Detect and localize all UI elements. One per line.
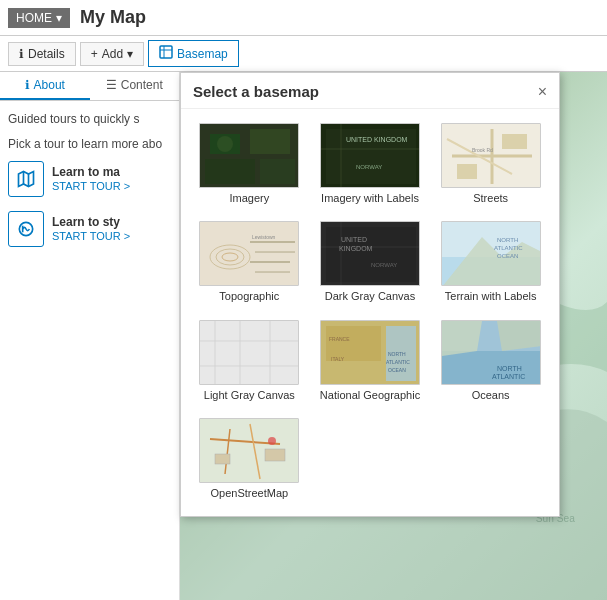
basemap-thumb-light-gray (199, 320, 299, 385)
tab-content[interactable]: ☰ Content (90, 72, 180, 100)
basemap-label-oceans: Oceans (472, 388, 510, 402)
side-tabs: ℹ About ☰ Content (0, 72, 179, 101)
svg-text:ATLANTIC: ATLANTIC (492, 373, 525, 380)
basemap-thumb-osm (199, 418, 299, 483)
basemap-item-osm[interactable]: OpenStreetMap (193, 414, 306, 504)
svg-rect-36 (326, 227, 416, 282)
basemap-item-light-gray[interactable]: Light Gray Canvas (193, 316, 306, 406)
basemap-icon (159, 45, 173, 62)
basemap-thumb-dark-gray: UNITEDKINGDOMNORWAY (320, 221, 420, 286)
basemap-label-imagery-labels: Imagery with Labels (321, 191, 419, 205)
svg-rect-9 (250, 129, 290, 154)
basemap-item-imagery-labels[interactable]: UNITED KINGDOMNORWAYImagery with Labels (314, 119, 427, 209)
modal-title: Select a basemap (193, 83, 319, 100)
svg-rect-73 (215, 454, 230, 464)
svg-rect-0 (160, 46, 172, 58)
home-label: HOME (16, 11, 52, 25)
basemap-button[interactable]: Basemap (148, 40, 239, 67)
top-bar: HOME ▾ My Map (0, 0, 607, 36)
basemap-item-streets[interactable]: Brook RdStreets (434, 119, 547, 209)
svg-point-74 (268, 437, 276, 445)
details-icon: ℹ (19, 47, 24, 61)
basemap-item-imagery[interactable]: Imagery (193, 119, 306, 209)
basemap-thumb-imagery (199, 123, 299, 188)
page-title: My Map (80, 7, 146, 28)
tour-style-label: Learn to sty (52, 215, 130, 231)
tour-style-icon (8, 211, 44, 247)
details-button[interactable]: ℹ Details (8, 42, 76, 66)
basemap-label: Basemap (177, 47, 228, 61)
tour-item-style: Learn to sty START TOUR > (8, 211, 171, 247)
toolbar: ℹ Details + Add ▾ Basemap (0, 36, 607, 72)
svg-text:ATLANTIC: ATLANTIC (494, 245, 523, 251)
basemap-modal-overlay: Select a basemap × ImageryUNITED KINGDOM… (180, 72, 607, 600)
basemap-label-light-gray: Light Gray Canvas (204, 388, 295, 402)
svg-text:OCEAN: OCEAN (388, 367, 406, 373)
basemap-thumb-imagery-labels: UNITED KINGDOMNORWAY (320, 123, 420, 188)
tour-style-info: Learn to sty START TOUR > (52, 215, 130, 243)
basemap-grid: ImageryUNITED KINGDOMNORWAYImagery with … (181, 109, 559, 516)
tour-map-start[interactable]: START TOUR > (52, 180, 130, 192)
svg-marker-64 (442, 321, 482, 356)
basemap-modal: Select a basemap × ImageryUNITED KINGDOM… (180, 72, 560, 517)
basemap-item-topographic[interactable]: LewistownTopographic (193, 217, 306, 307)
svg-marker-65 (497, 321, 541, 351)
basemap-item-dark-gray[interactable]: UNITEDKINGDOMNORWAYDark Gray Canvas (314, 217, 427, 307)
add-dropdown-icon: ▾ (127, 47, 133, 61)
tour-map-label: Learn to ma (52, 165, 130, 181)
basemap-item-terrain[interactable]: NORTHATLANTICOCEANTerrain with Labels (434, 217, 547, 307)
svg-text:NORTH: NORTH (497, 365, 522, 372)
svg-text:OCEAN: OCEAN (497, 253, 518, 259)
svg-text:ATLANTIC: ATLANTIC (386, 359, 410, 365)
basemap-label-dark-gray: Dark Gray Canvas (325, 289, 415, 303)
add-button[interactable]: + Add ▾ (80, 42, 144, 66)
basemap-thumb-terrain: NORTHATLANTICOCEAN (441, 221, 541, 286)
svg-text:KINGDOM: KINGDOM (339, 245, 373, 252)
about-icon: ℹ (25, 78, 30, 92)
basemap-item-national[interactable]: FRANCEITALYNORTHATLANTICOCEANNational Ge… (314, 316, 427, 406)
about-heading: Guided tours to quickly s (8, 111, 171, 128)
home-button[interactable]: HOME ▾ (8, 8, 70, 28)
svg-text:UNITED KINGDOM: UNITED KINGDOM (346, 136, 408, 143)
svg-rect-24 (457, 164, 477, 179)
basemap-item-oceans[interactable]: NORTHATLANTICOceans (434, 316, 547, 406)
basemap-label-osm: OpenStreetMap (211, 486, 289, 500)
tour-map-info: Learn to ma START TOUR > (52, 165, 130, 193)
tour-map-icon (8, 161, 44, 197)
side-content: Guided tours to quickly s Pick a tour to… (0, 101, 179, 271)
basemap-label-imagery: Imagery (229, 191, 269, 205)
svg-text:NORWAY: NORWAY (356, 164, 382, 170)
basemap-thumb-topographic: Lewistown (199, 221, 299, 286)
tab-about[interactable]: ℹ About (0, 72, 90, 100)
tour-style-start[interactable]: START TOUR > (52, 230, 130, 242)
add-icon: + (91, 47, 98, 61)
modal-header: Select a basemap × (181, 73, 559, 109)
svg-marker-1 (19, 171, 34, 186)
tab-about-label: About (34, 78, 65, 92)
svg-point-12 (217, 136, 233, 152)
basemap-label-streets: Streets (473, 191, 508, 205)
svg-text:ITALY: ITALY (331, 356, 345, 362)
basemap-thumb-oceans: NORTHATLANTIC (441, 320, 541, 385)
svg-text:FRANCE: FRANCE (329, 336, 350, 342)
modal-close-button[interactable]: × (538, 84, 547, 100)
details-label: Details (28, 47, 65, 61)
svg-text:NORTH: NORTH (388, 351, 406, 357)
tour-item-map: Learn to ma START TOUR > (8, 161, 171, 197)
svg-text:UNITED: UNITED (341, 236, 367, 243)
svg-rect-10 (205, 159, 255, 184)
svg-text:NORTH: NORTH (497, 237, 518, 243)
basemap-label-national: National Geographic (320, 388, 420, 402)
svg-text:Lewistown: Lewistown (252, 234, 276, 240)
content-icon: ☰ (106, 78, 117, 92)
home-arrow: ▾ (56, 11, 62, 25)
svg-rect-72 (265, 449, 285, 461)
side-panel: ℹ About ☰ Content Guided tours to quickl… (0, 72, 180, 600)
svg-rect-11 (260, 159, 295, 184)
svg-rect-23 (502, 134, 527, 149)
basemap-label-topographic: Topographic (219, 289, 279, 303)
basemap-thumb-streets: Brook Rd (441, 123, 541, 188)
basemap-label-terrain: Terrain with Labels (445, 289, 537, 303)
svg-text:NORWAY: NORWAY (371, 262, 397, 268)
svg-text:Brook Rd: Brook Rd (472, 147, 493, 153)
